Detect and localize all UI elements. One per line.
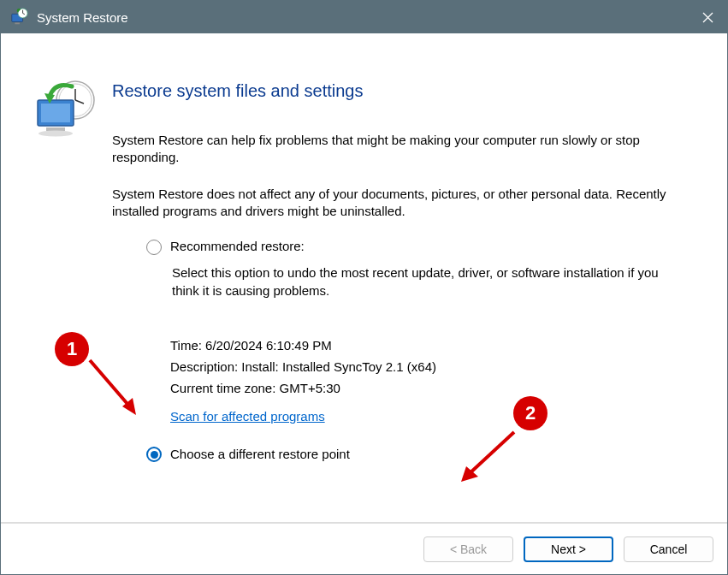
svg-marker-16	[122, 398, 136, 415]
annotation-marker-2: 2	[513, 396, 547, 430]
radio-choose-different-label: Choose a different restore point	[170, 447, 350, 461]
svg-rect-12	[46, 127, 65, 131]
radio-group: Recommended restore: Select this option …	[146, 239, 676, 299]
button-bar: < Back Next > Cancel	[1, 523, 727, 574]
radio-recommended-desc: Select this option to undo the most rece…	[172, 264, 676, 299]
close-icon	[702, 12, 713, 23]
next-button[interactable]: Next >	[524, 536, 613, 562]
content-area: Restore system files and settings System…	[1, 33, 727, 523]
radio-recommended-label: Recommended restore:	[170, 239, 305, 253]
back-button: < Back	[423, 536, 513, 562]
window-title: System Restore	[37, 10, 688, 25]
detail-timezone: Current time zone: GMT+5:30	[170, 381, 676, 395]
page-heading: Restore system files and settings	[112, 81, 676, 101]
detail-description: Description: Install: Installed SyncToy …	[170, 359, 676, 374]
system-restore-icon	[9, 8, 28, 27]
svg-rect-1	[15, 22, 20, 24]
radio-recommended[interactable]	[146, 240, 162, 255]
restore-details: Time: 6/20/2024 6:10:49 PM Description: …	[170, 338, 676, 424]
svg-rect-11	[41, 104, 70, 122]
close-button[interactable]	[688, 1, 727, 33]
wizard-graphic	[1, 33, 112, 522]
titlebar: System Restore	[1, 1, 727, 33]
svg-point-13	[38, 131, 73, 137]
cancel-button[interactable]: Cancel	[624, 536, 713, 562]
intro-para-1: System Restore can help fix problems tha…	[112, 132, 676, 167]
scan-affected-link[interactable]: Scan for affected programs	[170, 409, 325, 424]
system-restore-window: System Restore	[0, 0, 728, 575]
detail-time: Time: 6/20/2024 6:10:49 PM	[170, 338, 676, 353]
svg-marker-18	[461, 466, 478, 482]
intro-para-2: System Restore does not affect any of yo…	[112, 186, 676, 221]
main-panel: Restore system files and settings System…	[112, 33, 727, 522]
annotation-marker-1: 1	[55, 332, 89, 366]
radio-choose-different[interactable]	[146, 447, 162, 462]
